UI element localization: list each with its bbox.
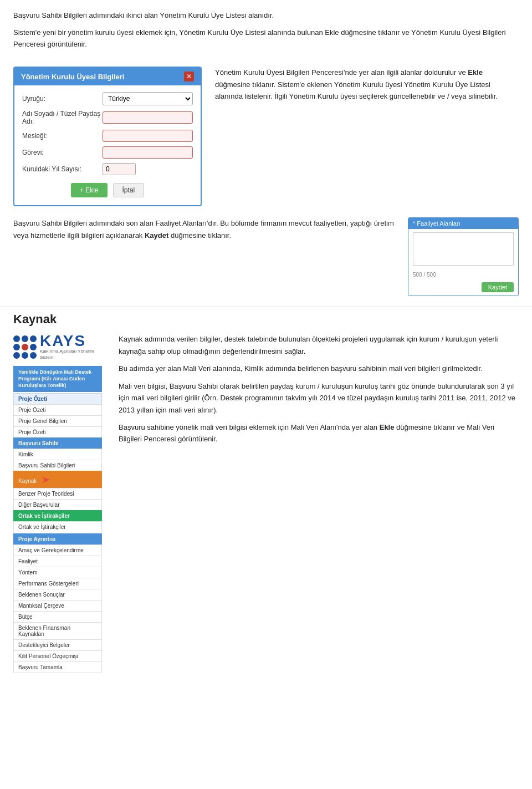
uyrugu-label: Uyruğu: [22, 95, 103, 103]
kaynak-inner: KAYS Kalkınma Ajansları Yönetim Sistemi … [13, 333, 519, 673]
sidebar-item-performans[interactable]: Performans Göstergeleri [13, 578, 102, 589]
yilsayisi-field[interactable] [103, 163, 193, 175]
dialog-title: Yönetim Kurulu Üyesi Bilgileri [21, 73, 124, 81]
sidebar-item-basvuru-sahibi-bilgileri[interactable]: Başvuru Sahibi Bilgileri [13, 460, 102, 471]
dot2 [22, 335, 28, 342]
dot9 [30, 352, 37, 359]
meslegi-label: Mesleği: [22, 132, 103, 140]
top-section: Başvuru Sahibi Bilgileri adımındaki ikin… [0, 0, 532, 61]
meslegi-row: Mesleği: [22, 130, 193, 142]
bottom-left-text: Başvuru Sahibi Bilgileri adımındaki son … [13, 217, 395, 241]
bottom-section: Başvuru Sahibi Bilgileri adımındaki son … [0, 212, 532, 304]
faaliyet-footer: Kaydet [408, 280, 518, 296]
dialog-body: Uyruğu: Türkiye Adı Soyadı / Tüzel Payda… [14, 85, 201, 205]
gorevi-field[interactable] [103, 146, 193, 159]
sidebar-item-mantiksal[interactable]: Mantıksal Çerçeve [13, 600, 102, 611]
sidebar-ortak-header: Ortak ve İştirakçiler [13, 510, 102, 521]
sidebar-item-kaynak[interactable]: Kaynak ➤ [13, 471, 102, 488]
sidebar-basvuru-sahibi-header: Başvuru Sahibi [13, 437, 102, 449]
gorevi-input[interactable] [103, 146, 193, 159]
uyrugu-row: Uyruğu: Türkiye [22, 92, 193, 105]
sidebar-item-destekleyici[interactable]: Destekleyici Belgeler [13, 639, 102, 650]
meslegi-input[interactable] [103, 130, 193, 142]
bottom-left-para: Başvuru Sahibi Bilgileri adımındaki son … [13, 217, 395, 241]
adsoyad-input[interactable] [103, 111, 193, 124]
top-para1: Başvuru Sahibi Bilgileri adımındaki ikin… [13, 10, 519, 22]
sidebar-program-header: Yenilikle Dönüşüm Mali Destek Programı (… [13, 366, 102, 392]
faaliyet-body [408, 229, 518, 271]
yilsayisi-label: Kuruldaki Yıl Sayısı: [22, 165, 103, 173]
sidebar-item-butce[interactable]: Bütçe [13, 611, 102, 622]
dot7 [13, 352, 20, 359]
red-arrow-icon: ➤ [42, 474, 50, 485]
sidebar-proje-ayrintisi-header: Proje Ayrıntısı [13, 533, 102, 544]
kaynak-title: Kaynak [13, 312, 519, 327]
dot4 [13, 344, 20, 350]
kaynak-right-text: Kaynak adımında verilen bilgiler, destek… [119, 333, 519, 451]
sidebar-item-kilit[interactable]: Kilit Personel Özgeçmişi [13, 650, 102, 661]
yilsayisi-input[interactable] [103, 163, 136, 175]
sidebar-item-finansman[interactable]: Beklenen Finansman Kaynakları [13, 622, 102, 639]
kaynak-para1: Kaynak adımında verilen bilgiler, destek… [119, 333, 519, 357]
meslegi-field[interactable] [103, 130, 193, 142]
kaynak-para3: Mali veri bilgisi, Başvuru Sahibi olarak… [119, 380, 519, 416]
sidebar-item-ortak[interactable]: Ortak ve İştirakçiler [13, 521, 102, 532]
kaynak-para2: Bu adımda yer alan Mali Veri alanında, K… [119, 363, 519, 374]
dialog-footer: + Ekle İptal [22, 183, 193, 197]
dot8 [22, 352, 28, 359]
sidebar-proje-ozeti-header: Proje Özeti [13, 393, 102, 404]
dot3 [30, 335, 37, 342]
top-para2: Sistem'e yeni bir yönetim kurulu üyesi e… [13, 27, 519, 50]
gorevi-row: Görevi: [22, 146, 193, 159]
ekle-button[interactable]: + Ekle [71, 183, 108, 197]
sidebar-item-proje-ozeti2[interactable]: Proje Özeti [13, 426, 102, 437]
middle-right-text: Yönetim Kurulu Üyesi Bilgileri Penceresi… [215, 67, 519, 102]
dot6 [30, 344, 37, 350]
dialog-header: Yönetim Kurulu Üyesi Bilgileri ✕ [14, 68, 201, 85]
sidebar-item-benzer[interactable]: Benzer Proje Teoridesi [13, 488, 102, 499]
faaliyet-container: * Faaliyet Alanları 500 / 500 Kaydet [408, 217, 519, 296]
kays-logo-box: KAYS Kalkınma Ajansları Yönetim Sistemi [13, 333, 108, 360]
kaynak-section: Kaynak KAYS Kalkınma Ajansl [0, 306, 532, 679]
adsoyad-field[interactable] [103, 111, 193, 124]
kays-dots [13, 335, 37, 359]
faaliyet-box: * Faaliyet Alanları 500 / 500 Kaydet [408, 217, 519, 296]
kays-logo-title: KAYS [40, 333, 108, 349]
sidebar-item-faaliyet[interactable]: Faaliyet [13, 556, 102, 567]
faaliyet-counter: 500 / 500 [408, 271, 518, 280]
sidebar-item-yontem[interactable]: Yöntem [13, 567, 102, 578]
kaynak-left: KAYS Kalkınma Ajansları Yönetim Sistemi … [13, 333, 108, 673]
kays-text-block: KAYS Kalkınma Ajansları Yönetim Sistemi [40, 333, 108, 360]
kays-logo-subtitle: Kalkınma Ajansları Yönetim Sistemi [40, 349, 108, 360]
iptal-button[interactable]: İptal [113, 183, 145, 197]
uyrugu-select[interactable]: Türkiye [103, 92, 193, 105]
faaliyet-textarea[interactable] [413, 232, 514, 266]
middle-section: Yönetim Kurulu Üyesi Bilgileri ✕ Uyruğu:… [0, 61, 532, 212]
dot5 [22, 344, 28, 350]
middle-right-para: Yönetim Kurulu Üyesi Bilgileri Penceresi… [215, 67, 519, 102]
sidebar-item-diger[interactable]: Diğer Başvurular [13, 499, 102, 510]
dot1 [13, 335, 20, 342]
kaynak-para4: Başvuru sahibine yönelik mali veri bilgi… [119, 421, 519, 445]
sidebar-item-basvuru-tamamla[interactable]: Başvuru Tamamla [13, 661, 102, 673]
sidebar-nav: Yenilikle Dönüşüm Mali Destek Programı (… [13, 366, 102, 673]
dialog-close-button[interactable]: ✕ [184, 72, 194, 82]
sidebar-item-proje-ozeti[interactable]: Proje Özeti [13, 404, 102, 415]
kaydet-button[interactable]: Kaydet [482, 282, 514, 292]
dialog-container: Yönetim Kurulu Üyesi Bilgileri ✕ Uyruğu:… [13, 67, 202, 206]
uyrugu-field[interactable]: Türkiye [103, 92, 193, 105]
sidebar-item-beklenen[interactable]: Beklenen Sonuçlar [13, 589, 102, 600]
gorevi-label: Görevi: [22, 149, 103, 156]
sidebar-item-amac[interactable]: Amaç ve Gerekçelendirme [13, 544, 102, 556]
yonetim-kurulu-dialog: Yönetim Kurulu Üyesi Bilgileri ✕ Uyruğu:… [13, 67, 202, 206]
adsoyad-label: Adı Soyadı / Tüzel Paydaş Adı: [22, 110, 103, 125]
adsoyad-row: Adı Soyadı / Tüzel Paydaş Adı: [22, 110, 193, 125]
sidebar-item-kimlik[interactable]: Kimlik [13, 449, 102, 460]
faaliyet-header: * Faaliyet Alanları [408, 218, 518, 229]
yilsayisi-row: Kuruldaki Yıl Sayısı: [22, 163, 193, 175]
sidebar-item-proje-genel[interactable]: Proje Genel Bilgileri [13, 415, 102, 426]
